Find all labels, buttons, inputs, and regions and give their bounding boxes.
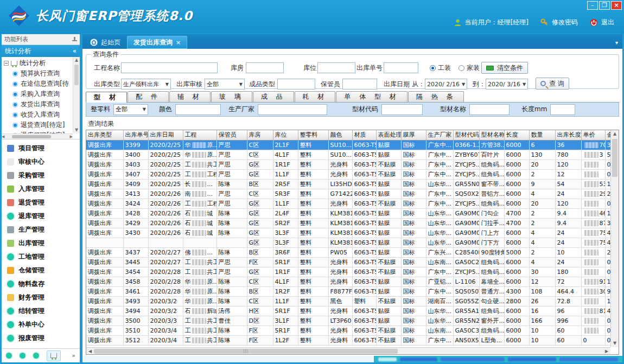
table-row[interactable]: G区3L3F整料KLM38176063-T5贴膜国标山东华...GA90M09.…: [86, 238, 619, 247]
keeper-input[interactable]: [342, 79, 377, 90]
tree-item[interactable]: 发货出库查询: [4, 99, 72, 110]
outbound-type-select[interactable]: 生产领料出库▼: [121, 79, 171, 90]
material-tab-玻璃[interactable]: 玻 璃: [211, 91, 252, 102]
scroll-left-icon[interactable]: ◀: [2, 135, 4, 139]
table-row[interactable]: 调拨出库34032020/2/25工共工程严思G区1R1F整料光身料6063-T…: [86, 159, 619, 169]
material-tab-成品[interactable]: 成 品: [253, 91, 294, 102]
sidebar-item-物料盘存[interactable]: 物料盘存: [2, 277, 80, 291]
tree-item[interactable]: 预算执行查询: [4, 68, 72, 79]
profile-name-input[interactable]: [469, 104, 510, 115]
tab-shipment-outbound-query[interactable]: 发货出库查询 ×: [127, 36, 187, 49]
scroll-left-icon[interactable]: ◀: [86, 349, 94, 354]
search-button[interactable]: 查 询: [536, 78, 569, 90]
material-tab-配件[interactable]: 配 件: [128, 91, 169, 102]
close-button[interactable]: ×: [611, 1, 622, 10]
sidebar-item-退库管理[interactable]: 退库管理: [2, 209, 80, 223]
tree-item[interactable]: 采购入库查询: [4, 89, 72, 99]
module-dot-icon[interactable]: [20, 353, 26, 359]
color-input[interactable]: [175, 104, 221, 115]
table-row[interactable]: 调拨出库35102020/3/4工共工程陈琳F区5R1F整料光身料6063-T5…: [86, 325, 619, 335]
table-row[interactable]: 调拨出库34002020/2/25华原...严思C区4L1F整料SU10...6…: [86, 150, 619, 159]
material-tab-辅材[interactable]: 辅 材: [169, 91, 211, 102]
table-row[interactable]: 调拨出库33992020/2/25华原...严思C区2L1F整料SU10...6…: [86, 140, 619, 150]
module-dot-icon[interactable]: [6, 353, 12, 359]
table-row[interactable]: 调拨出库34132020/2/26南...严思C区5R3F整料G71422606…: [86, 189, 619, 199]
length-input[interactable]: [550, 104, 575, 115]
table-row[interactable]: 调拨出库35002020/3/3工共工程曹佳D区3L1F整料LT3P606063…: [86, 316, 619, 325]
table-row[interactable]: 调拨出库34452020/2/27工共工程严思F区5R1F整料光身料6063-T…: [86, 257, 619, 267]
column-header[interactable]: 整零料: [298, 130, 328, 140]
column-header[interactable]: 表面处理: [376, 130, 401, 140]
table-row[interactable]: 调拨出库34942020/3/2石辉城汤伟H区5R1F整料光身料6063-T5贴…: [86, 306, 619, 316]
table-row[interactable]: 调拨出库34302020/2/26石城陈琳G区3L3F整料KLM38176063…: [86, 228, 619, 238]
collapse-icon[interactable]: «: [73, 47, 77, 55]
column-header[interactable]: 膜厚: [401, 130, 426, 140]
column-header[interactable]: 型材代码: [453, 130, 479, 140]
column-header[interactable]: 型材名称: [479, 130, 504, 140]
maximize-button[interactable]: ❐: [599, 1, 610, 10]
sidebar-item-报废管理[interactable]: 报废管理: [2, 331, 80, 345]
profile-code-input[interactable]: [381, 104, 423, 115]
project-name-input[interactable]: [121, 62, 218, 73]
column-header[interactable]: 库房: [247, 130, 273, 140]
product-type-input[interactable]: [277, 79, 315, 90]
sidebar-item-工地管理[interactable]: 工地管理: [2, 250, 80, 264]
whole-piece-select[interactable]: 全部▼: [113, 104, 148, 115]
sidebar-item-补单中心[interactable]: 补单中心: [2, 318, 80, 331]
tree-root[interactable]: 统计分析: [4, 58, 72, 68]
table-row[interactable]: 调拨出库34092020/2/25长...陈琳B区2R5F整料LI35HD606…: [86, 179, 619, 189]
column-header[interactable]: 工程: [183, 130, 217, 140]
tree-item[interactable]: 退货查询[待定]: [4, 120, 72, 130]
expander-icon[interactable]: [4, 61, 9, 66]
tab-home[interactable]: 起始页: [84, 36, 127, 49]
manufacturer-input[interactable]: [258, 104, 327, 115]
date-to-select[interactable]: 2020/ 3/16▼: [486, 79, 528, 90]
table-row[interactable]: 调拨出库34242020/2/26工工程严思G区1L1F整料光身料6063-T5…: [86, 199, 619, 208]
column-header[interactable]: 材质: [352, 130, 376, 140]
date-from-select[interactable]: 2020/ 2/16▼: [425, 79, 467, 90]
sidebar-item-退货管理[interactable]: 退货管理: [2, 196, 80, 209]
table-row[interactable]: 调拨出库34542020/2/28工共工程严思G区1R1F整料光身料6063-T…: [86, 267, 619, 277]
sidebar-item-出库管理[interactable]: 出库管理: [2, 237, 80, 250]
sidebar-item-审核中心[interactable]: 审核中心: [2, 155, 80, 169]
minimize-button[interactable]: –: [587, 1, 598, 10]
tab-list-caret-icon[interactable]: ▾: [615, 40, 618, 46]
scroll-thumb[interactable]: |||: [94, 349, 398, 354]
column-header[interactable]: 库位: [273, 130, 298, 140]
material-tab-隔热条[interactable]: 隔 热 条: [408, 91, 464, 102]
table-row[interactable]: 调拨出库34582020/2/28华原...陈琳C区4L1F整料光身料6063-…: [86, 277, 619, 286]
scroll-right-icon[interactable]: ▶: [70, 135, 73, 139]
stats-section-header[interactable]: 统计分析 «: [2, 45, 80, 57]
module-dot-icon[interactable]: [33, 353, 39, 359]
column-header[interactable]: 出库类型: [86, 130, 123, 140]
column-header[interactable]: 出库日期: [148, 130, 183, 140]
order-no-input[interactable]: [384, 62, 418, 73]
table-horizontal-scrollbar[interactable]: ◀ ||| ▶: [86, 347, 610, 354]
sidebar-item-结转管理[interactable]: 结转管理: [2, 304, 80, 318]
sidebar-item-入库管理[interactable]: 入库管理: [2, 182, 80, 196]
column-header[interactable]: 出库长度: [555, 130, 581, 140]
column-header[interactable]: 保管员: [217, 130, 247, 140]
warehouse-input[interactable]: [246, 62, 284, 73]
material-tab-单体型材[interactable]: 单 体 型 材: [336, 91, 407, 102]
scroll-thumb[interactable]: [74, 65, 79, 85]
scroll-up-icon[interactable]: ▲: [73, 57, 80, 63]
pin-icon[interactable]: [72, 37, 77, 42]
table-row[interactable]: 调拨出库34372020/2/27佛...陈琳B区3R6F整料PW056063-…: [86, 247, 619, 257]
tree-item[interactable]: 在途信息查询[待: [4, 79, 72, 89]
clear-conditions-button[interactable]: 清空条件: [481, 62, 528, 74]
sidebar-item-仓储管理[interactable]: 仓储管理: [2, 264, 80, 277]
column-header[interactable]: 生产厂家: [426, 130, 453, 140]
material-tab-耗材[interactable]: 耗 材: [295, 91, 336, 102]
table-row[interactable]: 调拨出库34072020/2/25工工程严思G区1L1F整料光身料6063-T5…: [86, 169, 619, 179]
tree-item[interactable]: 收货入库查询: [4, 110, 72, 120]
audit-select[interactable]: 全部▼: [205, 79, 245, 90]
table-row[interactable]: 调拨出库34292020/2/26石城陈琳G区5R2F整料KLM38176063…: [86, 218, 619, 228]
overflow-chevron[interactable]: »: [72, 352, 75, 359]
tab-close-icon[interactable]: ×: [176, 39, 181, 46]
scroll-right-icon[interactable]: ▶: [603, 349, 610, 354]
table-row[interactable]: 调拨出库34612020/2/28华原...陈琳B区1R2F整料F8877FT6…: [86, 286, 619, 296]
change-password-link[interactable]: 修改密码: [540, 18, 578, 27]
table-row[interactable]: 调拨出库34282020/2/26石城陈琳G区2L4F整料KLM38176063…: [86, 208, 619, 218]
column-header[interactable]: 出库单号: [123, 130, 148, 140]
